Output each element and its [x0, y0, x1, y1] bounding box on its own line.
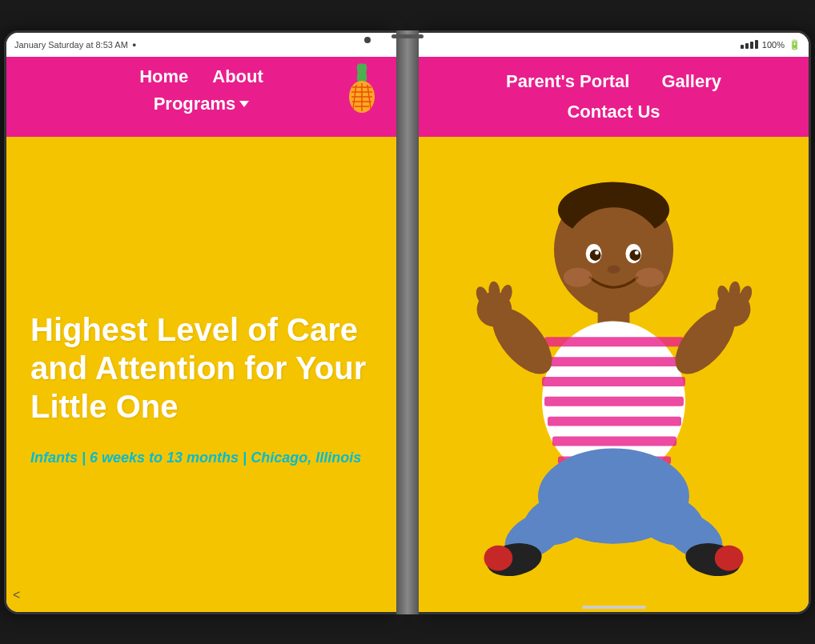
svg-point-24	[608, 265, 620, 273]
hero-subtitle: Infants | 6 weeks to 13 months | Chicago…	[30, 450, 372, 466]
bar2	[745, 43, 749, 49]
hinge	[396, 30, 419, 614]
nav-row-right1: Parent's Portal Gallery	[506, 71, 721, 92]
svg-rect-29	[542, 377, 685, 386]
baby-illustration	[419, 137, 809, 614]
nav-row2: Programs	[6, 87, 396, 124]
programs-label: Programs	[154, 94, 236, 114]
phone-left: January Saturday at 8:53 AM ● Home About…	[4, 30, 396, 614]
signal-bars	[741, 40, 758, 49]
svg-point-52	[715, 545, 744, 570]
svg-point-23	[635, 267, 664, 286]
hero-right	[419, 137, 809, 614]
phone-right: 100% 🔋 Parent's Portal Gallery Contact U…	[419, 30, 811, 614]
svg-rect-32	[552, 436, 676, 446]
bar3	[750, 42, 753, 49]
svg-point-21	[635, 250, 639, 254]
nav-about[interactable]: About	[212, 66, 263, 87]
svg-rect-28	[542, 357, 685, 366]
nav-parents-portal[interactable]: Parent's Portal	[506, 71, 629, 92]
status-icon: ●	[132, 41, 136, 49]
device-speaker	[391, 34, 424, 38]
nav-row-right2: Contact Us	[567, 102, 660, 122]
svg-point-18	[590, 249, 601, 260]
hero-left: Highest Level of Care and Attention for …	[6, 137, 396, 614]
svg-point-22	[564, 267, 592, 286]
device-container: January Saturday at 8:53 AM ● Home About…	[0, 0, 815, 644]
programs-chevron	[239, 101, 249, 107]
svg-rect-31	[548, 416, 681, 426]
svg-rect-27	[544, 337, 684, 346]
nav-home[interactable]: Home	[139, 66, 188, 87]
device-camera	[364, 37, 371, 43]
baby-container	[419, 137, 809, 614]
svg-point-50	[484, 545, 512, 570]
logo-area	[340, 63, 384, 115]
svg-point-19	[629, 249, 640, 260]
nav-gallery[interactable]: Gallery	[661, 71, 721, 92]
nav-right: Parent's Portal Gallery Contact Us	[419, 57, 809, 137]
bar4	[755, 40, 758, 49]
pineapple-logo-svg	[340, 63, 384, 115]
time-display: January Saturday at 8:53 AM	[14, 40, 128, 50]
svg-point-2	[355, 63, 369, 83]
scroll-indicator-right	[582, 606, 646, 609]
status-bar-right: 100% 🔋	[419, 33, 809, 57]
nav-row1: Home About	[6, 57, 396, 87]
bar1	[741, 45, 744, 49]
left-arrow: <	[13, 588, 20, 602]
nav-left: Home About Programs	[6, 57, 396, 137]
nav-programs[interactable]: Programs	[154, 94, 250, 114]
battery-icon: 🔋	[789, 39, 801, 50]
status-bar-left: January Saturday at 8:53 AM ●	[6, 33, 396, 57]
svg-point-20	[595, 250, 599, 254]
svg-rect-30	[544, 396, 684, 406]
logo-icon	[340, 63, 384, 115]
hero-title: Highest Level of Care and Attention for …	[30, 310, 372, 426]
battery-percent: 100%	[762, 40, 785, 50]
svg-point-15	[562, 207, 665, 315]
nav-contact[interactable]: Contact Us	[567, 102, 660, 122]
